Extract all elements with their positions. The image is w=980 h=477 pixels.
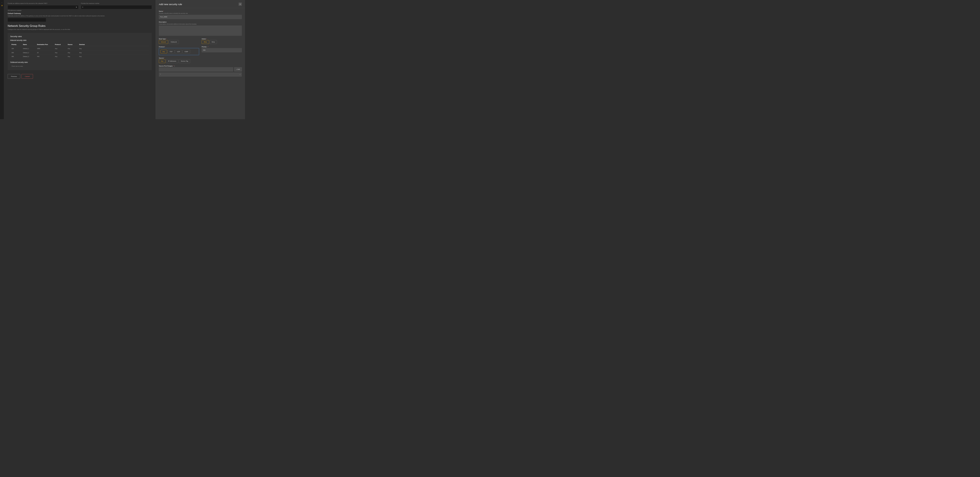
source-field: Source* Any IP Addresses Service Tag	[159, 57, 242, 63]
row1-priority: 100	[11, 48, 23, 49]
add-icon[interactable]: ⊕	[1, 4, 3, 6]
row1-dest-port: 3389	[37, 48, 55, 49]
protocol-tcp-button[interactable]: TCP	[168, 50, 175, 54]
table-row[interactable]: 100 Default_1 3389 Any Any Any	[10, 46, 149, 51]
rule-type-inbound-button[interactable]: Inbound	[159, 40, 168, 44]
gateway-input[interactable]	[8, 18, 46, 22]
sidebar-expand-icon[interactable]: ›	[2, 1, 2, 3]
add-port-button[interactable]: + Add	[234, 67, 242, 71]
table-header: Priority Name Destination Port Protocol …	[10, 43, 149, 46]
table-row[interactable]: 200 Default_2 22 Any Any Any	[10, 51, 149, 55]
source-label: Source*	[159, 57, 242, 59]
panel-header: Add new security rule ×	[156, 0, 245, 8]
source-port-field: Source Port Ranges * ℹ + Add * ×	[159, 65, 242, 77]
panel-body: Name* Provide a friendly name to identif…	[156, 8, 245, 79]
rule-type-label: Rule Type*	[159, 38, 199, 40]
security-rules-title: Security rules	[10, 35, 149, 38]
protocol-icmp-button[interactable]: ICMP	[183, 50, 190, 54]
priority-input[interactable]	[202, 48, 242, 53]
col-dest-port: Destination Port	[37, 44, 55, 46]
address-dropdown[interactable]: ▼	[8, 5, 78, 9]
row1-name: Default_1	[23, 48, 37, 49]
nsg-section: Network Security Group Rules Configure t…	[8, 24, 152, 79]
source-port-info-icon: ℹ	[174, 65, 175, 67]
tag-remove-icon[interactable]: ×	[240, 73, 241, 75]
main-content: Provide an address space for this accoun…	[4, 0, 156, 120]
nsg-title: Network Security Group Rules	[8, 24, 152, 28]
max-hint: Provide the maximum numbe	[81, 3, 152, 4]
protocol-ucp-button[interactable]: UCP	[175, 50, 182, 54]
action-deny-button[interactable]: Deny	[210, 40, 217, 44]
source-tag-button[interactable]: Service Tag	[179, 59, 190, 63]
protocol-group: Any TCP UCP ICMP	[161, 50, 197, 54]
source-ip-button[interactable]: IP Addresses	[166, 59, 178, 63]
source-group: Any IP Addresses Service Tag	[159, 59, 242, 63]
right-panel: Add new security rule × Name* Provide a …	[156, 0, 245, 120]
row3-priority: 300	[11, 56, 23, 57]
gateway-section: Default Gateway Optionally provide the a…	[8, 13, 152, 22]
gateway-title: Default Gateway	[8, 13, 152, 14]
row3-dest-port: 443	[37, 56, 55, 57]
source-port-tags: * ×	[159, 72, 242, 77]
priority-info-icon: ℹ	[207, 46, 207, 48]
row2-protocol: Any	[55, 52, 68, 54]
rule-type-action-row: Rule Type* Inbound Outbound Action* Allo…	[159, 38, 242, 44]
description-field: Description A description will provide a…	[159, 21, 242, 36]
no-rules-label: There are no rules	[10, 65, 149, 68]
protocol-field: Protocol* Any TCP UCP ICMP	[159, 46, 199, 55]
max-field: Provide the maximum numbe	[81, 3, 152, 11]
address-hint: Provide an address space for this accoun…	[8, 3, 78, 4]
row3-dest: Any	[79, 56, 91, 57]
bottom-buttons: Previous Cancel	[8, 74, 152, 79]
col-source: Source	[68, 44, 79, 46]
source-any-button[interactable]: Any	[159, 59, 165, 63]
col-priority: Priority	[11, 44, 23, 46]
action-group: Allow Deny	[202, 40, 242, 44]
cancel-button[interactable]: Cancel	[21, 74, 33, 79]
panel-title: Add new security rule	[159, 3, 182, 6]
col-protocol: Protocol	[55, 44, 68, 46]
protocol-any-button[interactable]: Any	[161, 50, 167, 54]
rule-type-outbound-button[interactable]: Outbound	[169, 40, 179, 44]
col-name: Name	[23, 44, 37, 46]
priority-label: Priority ℹ *	[202, 46, 242, 48]
row2-name: Default_2	[23, 52, 37, 54]
name-input[interactable]	[159, 15, 242, 19]
col-dest: Destinat	[79, 44, 91, 46]
action-label: Action*	[202, 38, 242, 40]
sidebar: › ⊕	[0, 0, 4, 120]
dropdown-arrow-icon: ▼	[76, 6, 77, 8]
outbound-title: Outbound security rules	[10, 61, 149, 64]
source-port-label: Source Port Ranges * ℹ	[159, 65, 242, 67]
gateway-desc: Optionally provide the address of the ga…	[8, 15, 152, 17]
rule-type-field: Rule Type* Inbound Outbound	[159, 38, 199, 44]
protocol-group-wrapper: Any TCP UCP ICMP	[159, 48, 199, 55]
address-space-field: Provide an address space for this accoun…	[8, 3, 78, 11]
addresses-available: 256 addresses available	[8, 10, 78, 11]
address-section: Provide an address space for this accoun…	[8, 3, 152, 11]
protocol-label: Protocol*	[159, 46, 199, 48]
description-input[interactable]	[159, 26, 242, 36]
row2-priority: 200	[11, 52, 23, 54]
source-port-input[interactable]	[159, 67, 233, 72]
action-field: Action* Allow Deny	[202, 38, 242, 44]
description-hint: A description will provide additional in…	[159, 23, 242, 25]
inbound-title: Inbound security rules	[10, 39, 149, 41]
row2-dest: Any	[79, 52, 91, 54]
previous-button[interactable]: Previous	[8, 74, 20, 79]
protocol-priority-row: Protocol* Any TCP UCP ICMP Priority	[159, 46, 242, 55]
row2-dest-port: 22	[37, 52, 55, 54]
panel-close-button[interactable]: ×	[239, 3, 242, 6]
rules-container: Security rules Inbound security rules Pr…	[8, 33, 152, 70]
row3-protocol: Any	[55, 56, 68, 57]
outbound-section: Outbound security rules There are no rul…	[10, 61, 149, 68]
rule-type-group: Inbound Outbound	[159, 40, 199, 44]
name-field: Name* Provide a friendly name to identif…	[159, 10, 242, 19]
table-row[interactable]: 300 Default_3 443 Any Any Any	[10, 55, 149, 59]
action-allow-button[interactable]: Allow	[202, 40, 209, 44]
row1-dest: Any	[79, 48, 91, 49]
description-label: Description	[159, 21, 242, 23]
row2-source: Any	[68, 52, 79, 54]
max-input[interactable]	[81, 5, 152, 9]
source-port-row: + Add	[159, 67, 242, 72]
